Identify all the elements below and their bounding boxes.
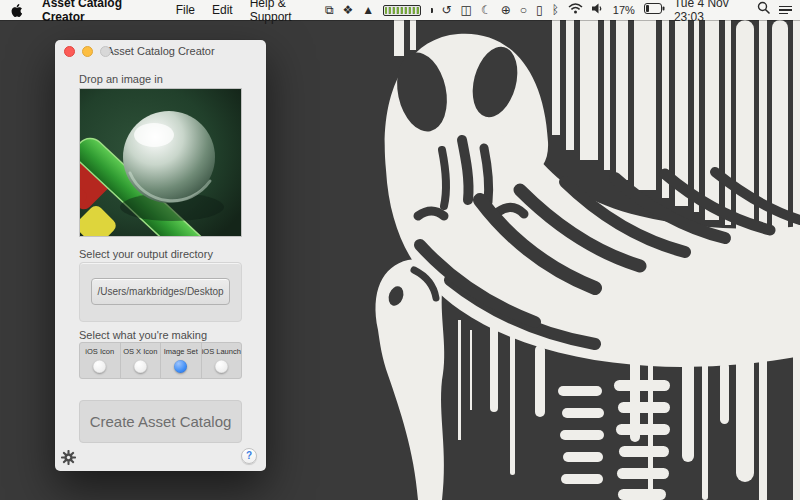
output-path-field[interactable]: /Users/markbridges/Desktop — [91, 278, 230, 305]
apple-menu-icon[interactable] — [10, 3, 23, 18]
radio-ios-icon[interactable] — [93, 360, 106, 373]
meter-cap — [431, 8, 433, 13]
radio-ios-launch[interactable] — [215, 360, 228, 373]
making-label: Select what you're making — [79, 329, 207, 341]
menubar-clock[interactable]: Tue 4 Nov 23:03 — [674, 0, 748, 24]
wallpaper-zebra-art — [330, 20, 800, 500]
wifi-icon[interactable] — [568, 0, 583, 20]
menu-bar: Asset Catalog Creator File Edit Help & S… — [0, 0, 800, 20]
asset-type-segmented-control: iOS Icon OS X Icon Image Set iOS Launch — [79, 342, 242, 379]
menu-edit[interactable]: Edit — [212, 3, 233, 17]
globe-icon[interactable]: ⊕ — [501, 0, 511, 20]
settings-gear-icon[interactable] — [61, 450, 77, 466]
dropbox-icon[interactable]: ❖ — [343, 0, 354, 20]
option-ios-icon[interactable]: iOS Icon — [80, 343, 120, 378]
radio-image-set[interactable] — [174, 360, 187, 373]
minimize-button[interactable] — [82, 46, 93, 57]
image-drop-well[interactable] — [79, 88, 242, 237]
option-osx-icon[interactable]: OS X Icon — [120, 343, 161, 378]
moon-icon[interactable]: ☾ — [481, 0, 492, 20]
sync-icon[interactable]: ↺ — [442, 0, 452, 20]
spotlight-search-icon[interactable] — [757, 0, 770, 20]
menu-help-support[interactable]: Help & Support — [250, 0, 325, 24]
notification-center-icon[interactable] — [779, 6, 790, 15]
output-directory-label: Select your output directory — [79, 248, 213, 260]
option-image-set[interactable]: Image Set — [160, 343, 201, 378]
close-button[interactable] — [64, 46, 75, 57]
create-asset-catalog-button[interactable]: Create Asset Catalog — [79, 400, 242, 443]
bluetooth-icon[interactable]: ᛒ — [552, 0, 559, 20]
asset-catalog-creator-window: Asset Catalog Creator Drop an image in — [55, 40, 266, 471]
zoom-button[interactable] — [100, 46, 111, 57]
circle-icon[interactable]: ○ — [520, 0, 527, 20]
menubar-app-name[interactable]: Asset Catalog Creator — [42, 0, 159, 24]
cpu-meter-widget[interactable] — [383, 5, 421, 16]
radio-osx-icon[interactable] — [134, 360, 147, 373]
battery-percent: 17% — [613, 4, 635, 16]
volume-icon[interactable] — [592, 0, 604, 20]
google-drive-icon[interactable]: ▲ — [362, 0, 374, 20]
camera-icon[interactable]: ◫ — [461, 0, 472, 20]
drop-image-label: Drop an image in — [79, 73, 163, 85]
option-ios-launch[interactable]: iOS Launch — [201, 343, 242, 378]
output-directory-box: /Users/markbridges/Desktop — [79, 262, 242, 322]
iphone-icon[interactable]: ▯ — [536, 0, 543, 20]
battery-icon[interactable] — [644, 0, 665, 20]
menu-file[interactable]: File — [176, 3, 195, 17]
help-button[interactable]: ? — [241, 448, 257, 464]
title-bar[interactable]: Asset Catalog Creator — [55, 40, 266, 62]
overlapping-squares-icon[interactable]: ⧉ — [325, 0, 334, 20]
